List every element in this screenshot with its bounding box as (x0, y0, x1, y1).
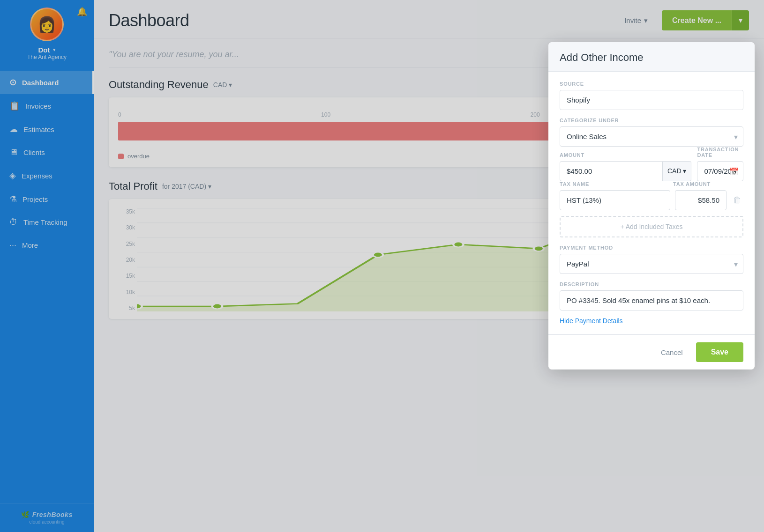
tax-name-label: TAX NAME (560, 181, 663, 187)
tax-name-input[interactable] (560, 190, 670, 210)
date-field-group: TRANSACTION DATE 📅 (697, 147, 743, 181)
amount-input[interactable] (560, 161, 663, 181)
source-input[interactable] (560, 90, 743, 110)
payment-method-select-wrapper: PayPal Credit Card Bank Transfer Cash Ch… (560, 254, 743, 274)
categorize-select-wrapper: Online Sales Consulting Services Other ▾ (560, 126, 743, 147)
date-input-wrapper: 📅 (697, 161, 743, 181)
save-button[interactable]: Save (696, 342, 743, 362)
cancel-button[interactable]: Cancel (653, 344, 690, 361)
description-label: DESCRIPTION (560, 281, 743, 287)
panel-title: Add Other Income (560, 52, 743, 64)
description-input[interactable] (560, 290, 743, 310)
tax-row: 🗑 (560, 190, 743, 210)
amount-field-group: AMOUNT CAD ▾ (560, 152, 691, 181)
amount-date-row: AMOUNT CAD ▾ TRANSACTION DATE 📅 (560, 147, 743, 181)
payment-method-label: PAYMENT METHOD (560, 245, 743, 251)
panel-header: Add Other Income (548, 42, 755, 72)
payment-method-select[interactable]: PayPal Credit Card Bank Transfer Cash Ch… (560, 254, 743, 274)
panel-footer: Cancel Save (548, 334, 755, 369)
tax-row-labels: TAX NAME TAX AMOUNT (560, 181, 743, 190)
source-label: SOURCE (560, 81, 743, 87)
panel-body: SOURCE CATEGORIZE UNDER Online Sales Con… (548, 72, 755, 334)
hide-payment-link[interactable]: Hide Payment Details (560, 317, 623, 325)
amount-group: CAD ▾ (560, 161, 691, 181)
tax-amount-label: TAX AMOUNT (673, 181, 725, 187)
currency-dropdown[interactable]: CAD ▾ (663, 161, 691, 181)
tax-amount-input[interactable] (675, 190, 727, 210)
delete-tax-icon[interactable]: 🗑 (731, 193, 743, 207)
add-taxes-button[interactable]: + Add Included Taxes (560, 216, 743, 237)
categorize-select[interactable]: Online Sales Consulting Services Other (560, 126, 743, 147)
add-other-income-panel: Add Other Income SOURCE CATEGORIZE UNDER… (548, 42, 755, 369)
transaction-date-label: TRANSACTION DATE (697, 147, 743, 158)
date-input[interactable] (697, 161, 743, 181)
amount-label: AMOUNT (560, 152, 691, 158)
categorize-label: CATEGORIZE UNDER (560, 118, 743, 123)
